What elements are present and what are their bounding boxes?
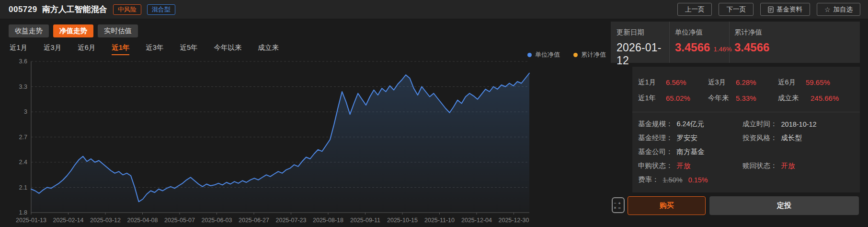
header-bar: 005729 南方人工智能混合 中风险 混合型 上一页 下一页 基金资料 ☆ 加… xyxy=(0,0,868,19)
svg-text:2025-01-13: 2025-01-13 xyxy=(16,217,46,224)
cumulative-netvalue-dot-icon xyxy=(573,53,578,57)
fund-detail-page: 005729 南方人工智能混合 中风险 混合型 上一页 下一页 基金资料 ☆ 加… xyxy=(0,0,868,227)
svg-text:3.6: 3.6 xyxy=(19,59,27,65)
svg-text:2.7: 2.7 xyxy=(19,134,27,141)
chart-legend: 单位净值 累计净值 xyxy=(527,50,606,59)
perf-6m-label: 近6月 xyxy=(778,78,806,87)
update-date-value: 2026-01-12 xyxy=(617,41,669,67)
range-tab-1m[interactable]: 近1月 xyxy=(10,43,27,55)
cumulative-netvalue-value: 3.4566 xyxy=(734,41,860,54)
legend-item-unit-netvalue[interactable]: 单位净值 xyxy=(527,50,560,59)
fund-scale-label: 基金规模： xyxy=(638,119,673,129)
add-watchlist-button[interactable]: ☆ 加自选 xyxy=(817,3,860,16)
performance-row-2: 近1年65.02% 今年来5.33% 成立来245.66% xyxy=(632,90,860,106)
svg-text:2025-05-07: 2025-05-07 xyxy=(164,217,195,224)
fund-info-button[interactable]: 基金资料 xyxy=(760,3,810,16)
netvalue-chart-svg: 1.82.12.42.733.33.62025-01-132025-02-142… xyxy=(5,59,544,226)
svg-text:3.3: 3.3 xyxy=(19,84,27,90)
perf-1y-value: 65.02% xyxy=(666,94,690,102)
tab-return-trend[interactable]: 收益走势 xyxy=(9,24,49,37)
view-tabs: 收益走势 净值走势 实时估值 xyxy=(9,24,138,37)
auto-invest-button[interactable]: 定投 xyxy=(709,196,859,215)
header-actions: 上一页 下一页 基金资料 ☆ 加自选 xyxy=(677,3,868,16)
svg-text:2025-09-11: 2025-09-11 xyxy=(350,217,380,224)
fund-company-value: 南方基金 xyxy=(677,147,705,156)
svg-text:2025-06-27: 2025-06-27 xyxy=(239,217,269,224)
range-tab-1y[interactable]: 近1年 xyxy=(112,43,129,55)
update-date-block: 更新日期 2026-01-12 xyxy=(611,22,670,63)
info-row-company: 基金公司：南方基金 xyxy=(632,145,860,159)
info-row-scale-inception: 基金规模：6.24亿元 成立时间：2018-10-12 xyxy=(632,117,860,131)
legend-item-cumulative-netvalue[interactable]: 累计净值 xyxy=(573,50,606,59)
perf-3m-value: 6.28% xyxy=(736,78,756,86)
prev-page-button[interactable]: 上一页 xyxy=(677,3,712,16)
redeem-status-label: 赎回状态： xyxy=(742,161,777,170)
svg-text:2.4: 2.4 xyxy=(19,159,27,166)
next-page-button[interactable]: 下一页 xyxy=(719,3,754,16)
range-tabs: 近1月 近3月 近6月 近1年 近3年 近5年 今年以来 成立来 xyxy=(10,43,279,55)
perf-inception-label: 成立来 xyxy=(778,94,811,103)
fund-type-badge: 混合型 xyxy=(147,4,175,15)
svg-text:1.8: 1.8 xyxy=(19,209,27,216)
fund-code: 005729 xyxy=(9,5,37,14)
svg-text:2025-08-18: 2025-08-18 xyxy=(313,217,343,224)
fee-original-value: 1.50% xyxy=(663,176,683,184)
netvalue-chart[interactable]: 1.82.12.42.733.33.62025-01-132025-02-142… xyxy=(5,59,544,226)
fund-company-label: 基金公司： xyxy=(638,147,673,156)
stats-panel: 更新日期 2026-01-12 单位净值 3.4566 1.46% 累计净值 3… xyxy=(611,22,860,63)
fee-discount-value: 0.15% xyxy=(688,176,708,184)
svg-text:2025-06-03: 2025-06-03 xyxy=(202,217,232,224)
range-tab-3m[interactable]: 近3月 xyxy=(44,43,61,55)
calculator-icon[interactable]: −＋×＝ xyxy=(612,197,625,213)
tab-netvalue-trend[interactable]: 净值走势 xyxy=(53,24,93,37)
cumulative-netvalue-block: 累计净值 3.4566 xyxy=(730,22,860,63)
perf-1y-label: 近1年 xyxy=(638,94,666,103)
inception-date-label: 成立时间： xyxy=(742,119,777,129)
svg-text:2025-11-10: 2025-11-10 xyxy=(424,217,455,224)
risk-level-badge: 中风险 xyxy=(113,4,141,15)
document-icon xyxy=(768,6,774,13)
unit-netvalue-dot-icon xyxy=(527,53,532,57)
range-tab-5y[interactable]: 近5年 xyxy=(180,43,197,55)
perf-1m-value: 6.56% xyxy=(666,78,686,86)
range-tab-inception[interactable]: 成立来 xyxy=(258,43,279,55)
fee-label: 费率： xyxy=(638,175,659,184)
unit-netvalue-change: 1.46% xyxy=(713,46,731,53)
info-row-fee: 费率： 1.50% 0.15% xyxy=(632,173,860,187)
perf-3m-label: 近3月 xyxy=(708,78,736,87)
cumulative-netvalue-label: 累计净值 xyxy=(734,28,860,37)
invest-style-value: 成长型 xyxy=(781,133,802,143)
svg-text:2025-12-30: 2025-12-30 xyxy=(499,217,529,224)
range-tab-6m[interactable]: 近6月 xyxy=(78,43,95,55)
buy-button[interactable]: 购买 xyxy=(628,196,706,215)
range-tab-ytd[interactable]: 今年以来 xyxy=(214,43,241,55)
subscribe-status-value: 开放 xyxy=(677,161,691,170)
fund-scale-value: 6.24亿元 xyxy=(677,119,704,129)
perf-ytd-value: 5.33% xyxy=(736,94,756,102)
perf-inception-value: 245.66% xyxy=(811,94,839,102)
svg-text:3: 3 xyxy=(24,108,27,115)
unit-netvalue-value: 3.4566 1.46% xyxy=(675,41,729,54)
fund-manager-value: 罗安安 xyxy=(677,133,698,143)
range-tab-3y[interactable]: 近3年 xyxy=(146,43,163,55)
tab-realtime-estimate[interactable]: 实时估值 xyxy=(98,24,138,37)
fund-name: 南方人工智能混合 xyxy=(42,4,107,15)
svg-text:2025-03-12: 2025-03-12 xyxy=(90,217,121,224)
svg-text:2025-02-14: 2025-02-14 xyxy=(53,217,84,224)
update-date-label: 更新日期 xyxy=(617,28,669,37)
perf-6m-value: 59.65% xyxy=(806,78,830,86)
section-divider xyxy=(632,112,860,112)
info-row-manager-style: 基金经理：罗安安 投资风格：成长型 xyxy=(632,131,860,145)
invest-style-label: 投资风格： xyxy=(742,133,777,143)
perf-ytd-label: 今年来 xyxy=(708,94,736,103)
redeem-status-value: 开放 xyxy=(781,161,795,170)
svg-text:2.1: 2.1 xyxy=(19,184,27,191)
svg-text:2025-12-04: 2025-12-04 xyxy=(461,217,492,224)
performance-row-1: 近1月6.56% 近3月6.28% 近6月59.65% xyxy=(632,74,860,90)
info-row-subscribe-redeem: 申购状态：开放 赎回状态：开放 xyxy=(632,159,860,173)
svg-text:2025-07-23: 2025-07-23 xyxy=(276,217,307,224)
unit-netvalue-block: 单位净值 3.4566 1.46% xyxy=(670,22,730,63)
perf-1m-label: 近1月 xyxy=(638,78,666,87)
detail-panel: 近1月6.56% 近3月6.28% 近6月59.65% 近1年65.02% 今年… xyxy=(632,67,860,192)
unit-netvalue-label: 单位净值 xyxy=(675,28,729,37)
